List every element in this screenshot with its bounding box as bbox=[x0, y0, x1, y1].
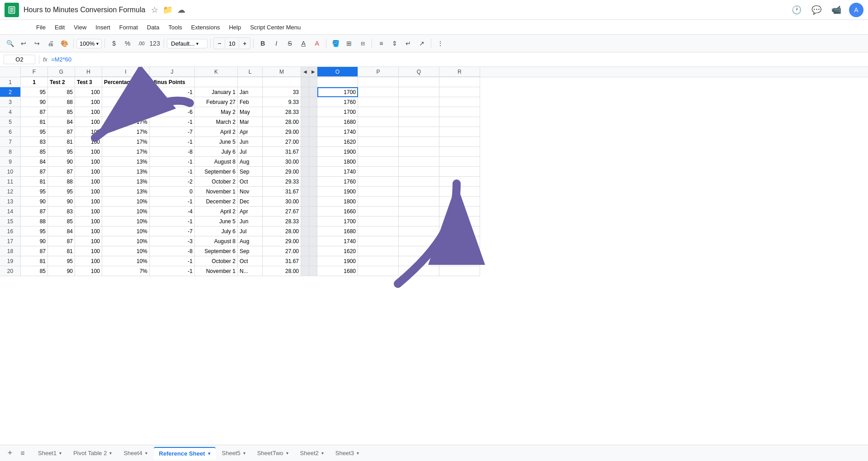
cell-H11[interactable]: 100 bbox=[75, 177, 102, 187]
cell-K15[interactable]: June 5 bbox=[195, 216, 238, 226]
cell-P13[interactable] bbox=[358, 197, 399, 207]
cell-I7[interactable]: 17% bbox=[102, 137, 150, 147]
cell-I19[interactable]: 10% bbox=[102, 256, 150, 266]
cell-reference-input[interactable]: O2 bbox=[4, 55, 35, 64]
cell-P16[interactable] bbox=[358, 226, 399, 236]
cell-Q1[interactable] bbox=[399, 77, 439, 87]
cell-O20[interactable]: 1680 bbox=[317, 266, 358, 276]
col-header-P[interactable]: P bbox=[358, 67, 399, 77]
cell-J6[interactable]: -7 bbox=[150, 127, 195, 137]
cell-P11[interactable] bbox=[358, 177, 399, 187]
cell-R11[interactable] bbox=[439, 177, 480, 187]
cell-Q6[interactable] bbox=[399, 127, 439, 137]
cell-R19[interactable] bbox=[439, 256, 480, 266]
font-size-increase[interactable]: + bbox=[239, 38, 250, 49]
cell-P7[interactable] bbox=[358, 137, 399, 147]
cell-K5[interactable]: March 2 bbox=[195, 117, 238, 127]
cell-O16[interactable]: 1680 bbox=[317, 226, 358, 236]
col-header-collapse-left[interactable]: ◀ bbox=[301, 67, 309, 77]
search-button[interactable]: 🔍 bbox=[4, 37, 16, 50]
col-header-F[interactable]: F bbox=[21, 67, 48, 77]
cell-R6[interactable] bbox=[439, 127, 480, 137]
menu-script-center[interactable]: Script Center Menu bbox=[245, 22, 305, 33]
menu-help[interactable]: Help bbox=[224, 22, 245, 33]
cell-R13[interactable] bbox=[439, 197, 480, 207]
row-num-9[interactable]: 9 bbox=[0, 157, 21, 167]
font-size-decrease[interactable]: − bbox=[214, 38, 225, 49]
cell-L15[interactable]: Jun bbox=[238, 216, 263, 226]
cell-M17[interactable]: 29.00 bbox=[263, 236, 301, 246]
cell-M1[interactable] bbox=[263, 77, 301, 87]
cell-G3[interactable]: 88 bbox=[48, 97, 75, 107]
cell-P20[interactable] bbox=[358, 266, 399, 276]
cell-O15[interactable]: 1700 bbox=[317, 216, 358, 226]
cell-Q17[interactable] bbox=[399, 236, 439, 246]
cell-F11[interactable]: 81 bbox=[21, 177, 48, 187]
cell-L12[interactable]: Nov bbox=[238, 187, 263, 197]
cell-P2[interactable] bbox=[358, 87, 399, 97]
cell-I5[interactable]: 17% bbox=[102, 117, 150, 127]
cell-G14[interactable]: 83 bbox=[48, 207, 75, 216]
wrap-button[interactable]: ↵ bbox=[402, 37, 415, 50]
cell-H3[interactable]: 100 bbox=[75, 97, 102, 107]
cell-P4[interactable] bbox=[358, 107, 399, 117]
cell-Q10[interactable] bbox=[399, 167, 439, 177]
cell-J20[interactable]: -1 bbox=[150, 266, 195, 276]
zoom-control[interactable]: 100% ▾ bbox=[76, 39, 102, 48]
cell-M8[interactable]: 31.67 bbox=[263, 147, 301, 157]
cell-Q13[interactable] bbox=[399, 197, 439, 207]
cell-L16[interactable]: Jul bbox=[238, 226, 263, 236]
cell-I20[interactable]: 7% bbox=[102, 266, 150, 276]
cell-F8[interactable]: 85 bbox=[21, 147, 48, 157]
cell-I6[interactable]: 17% bbox=[102, 127, 150, 137]
cell-P6[interactable] bbox=[358, 127, 399, 137]
tab-sheet1[interactable]: Sheet1 ▾ bbox=[33, 447, 67, 460]
user-avatar[interactable]: A bbox=[849, 3, 863, 17]
row-num-13[interactable]: 13 bbox=[0, 197, 21, 207]
cell-H15[interactable]: 100 bbox=[75, 216, 102, 226]
menu-edit[interactable]: Edit bbox=[50, 22, 69, 33]
cell-P19[interactable] bbox=[358, 256, 399, 266]
cell-R12[interactable] bbox=[439, 187, 480, 197]
cell-I11[interactable]: 13% bbox=[102, 177, 150, 187]
cell-G13[interactable]: 90 bbox=[48, 197, 75, 207]
cell-Q7[interactable] bbox=[399, 137, 439, 147]
cell-O14[interactable]: 1660 bbox=[317, 207, 358, 216]
cell-M18[interactable]: 27.00 bbox=[263, 246, 301, 256]
cell-O8[interactable]: 1900 bbox=[317, 147, 358, 157]
cell-H5[interactable]: 100 bbox=[75, 117, 102, 127]
cell-P8[interactable] bbox=[358, 147, 399, 157]
cell-Q3[interactable] bbox=[399, 97, 439, 107]
cell-G11[interactable]: 88 bbox=[48, 177, 75, 187]
cell-F10[interactable]: 87 bbox=[21, 167, 48, 177]
decimal-button[interactable]: .00 bbox=[135, 37, 147, 50]
cell-P15[interactable] bbox=[358, 216, 399, 226]
cell-M2[interactable]: 33 bbox=[263, 87, 301, 97]
add-sheet-button[interactable]: + bbox=[4, 447, 16, 460]
chat-icon[interactable]: 💬 bbox=[809, 3, 824, 17]
cell-L7[interactable]: Jun bbox=[238, 137, 263, 147]
cell-I3[interactable]: 17% bbox=[102, 97, 150, 107]
cell-I9[interactable]: 13% bbox=[102, 157, 150, 167]
cell-M14[interactable]: 27.67 bbox=[263, 207, 301, 216]
cell-F13[interactable]: 90 bbox=[21, 197, 48, 207]
cell-F7[interactable]: 83 bbox=[21, 137, 48, 147]
cell-K19[interactable]: October 2 bbox=[195, 256, 238, 266]
cell-H10[interactable]: 100 bbox=[75, 167, 102, 177]
cell-G10[interactable]: 87 bbox=[48, 167, 75, 177]
row-num-2[interactable]: 2 bbox=[0, 87, 21, 97]
cell-G7[interactable]: 81 bbox=[48, 137, 75, 147]
tab-sheettwo[interactable]: SheetTwo ▾ bbox=[252, 447, 294, 460]
paint-format-button[interactable]: 🎨 bbox=[58, 37, 71, 50]
currency-button[interactable]: $ bbox=[108, 37, 120, 50]
cell-R1[interactable] bbox=[439, 77, 480, 87]
row-num-11[interactable]: 11 bbox=[0, 177, 21, 187]
menu-tools[interactable]: Tools bbox=[164, 22, 186, 33]
cell-J12[interactable]: 0 bbox=[150, 187, 195, 197]
cell-H13[interactable]: 100 bbox=[75, 197, 102, 207]
cell-F12[interactable]: 95 bbox=[21, 187, 48, 197]
menu-view[interactable]: View bbox=[69, 22, 91, 33]
cell-R7[interactable] bbox=[439, 137, 480, 147]
cell-H16[interactable]: 100 bbox=[75, 226, 102, 236]
row-num-7[interactable]: 7 bbox=[0, 137, 21, 147]
